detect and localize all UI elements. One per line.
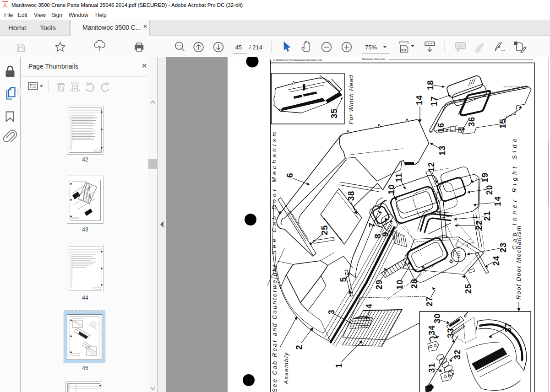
svg-text:36: 36 bbox=[467, 117, 476, 127]
svg-text:14: 14 bbox=[493, 196, 502, 206]
svg-text:For Winch Head: For Winch Head bbox=[348, 75, 354, 124]
svg-text:14: 14 bbox=[414, 95, 424, 105]
svg-text:27: 27 bbox=[425, 296, 434, 306]
svg-text:5: 5 bbox=[338, 277, 348, 282]
svg-text:17: 17 bbox=[429, 96, 439, 106]
svg-text:20: 20 bbox=[485, 185, 494, 195]
svg-text:A Division of The Manitowoc Co: A Division of The Manitowoc Company, Inc… bbox=[273, 59, 323, 61]
svg-text:29: 29 bbox=[374, 279, 384, 290]
svg-text:6: 6 bbox=[285, 172, 294, 177]
svg-text:44: 44 bbox=[82, 295, 88, 301]
svg-text:30: 30 bbox=[432, 313, 442, 323]
svg-text:10: 10 bbox=[395, 279, 404, 290]
svg-text:38: 38 bbox=[346, 191, 356, 201]
svg-text:43: 43 bbox=[82, 226, 88, 233]
svg-text:42: 42 bbox=[82, 156, 88, 163]
svg-text:34: 34 bbox=[427, 325, 436, 335]
svg-text:See Cab Rear and Counterwe: See Cab Rear and Counterweight bbox=[271, 264, 278, 392]
svg-text:75%: 75% bbox=[365, 44, 377, 51]
svg-text:12: 12 bbox=[426, 162, 436, 172]
svg-text:25: 25 bbox=[463, 284, 473, 294]
svg-text:35: 35 bbox=[329, 108, 339, 118]
svg-text:25: 25 bbox=[320, 225, 329, 235]
svg-text:23: 23 bbox=[498, 242, 508, 252]
svg-text:See Cab Door Mechanism: See Cab Door Mechanism bbox=[271, 129, 278, 255]
svg-text:3: 3 bbox=[327, 309, 336, 314]
svg-text:31: 31 bbox=[427, 363, 436, 373]
svg-text:Roof Door Mechanism: Roof Door Mechanism bbox=[515, 225, 522, 300]
svg-text:15: 15 bbox=[498, 118, 507, 129]
svg-text:32: 32 bbox=[452, 349, 462, 360]
svg-text:10: 10 bbox=[387, 184, 396, 194]
svg-text:33: 33 bbox=[446, 328, 455, 338]
svg-text:24: 24 bbox=[491, 256, 501, 266]
svg-text:22: 22 bbox=[474, 220, 484, 230]
svg-text:18: 18 bbox=[425, 80, 435, 90]
svg-text:21: 21 bbox=[482, 211, 492, 221]
svg-text:4: 4 bbox=[364, 303, 374, 308]
svg-text:37: 37 bbox=[503, 322, 513, 333]
svg-text:45: 45 bbox=[235, 44, 242, 51]
svg-text:Manitowoc, Wisconsin: Manitowoc, Wisconsin bbox=[362, 58, 385, 60]
svg-text:7: 7 bbox=[367, 222, 377, 227]
svg-text:16: 16 bbox=[436, 123, 446, 133]
svg-text:13: 13 bbox=[437, 145, 447, 156]
svg-text:19: 19 bbox=[480, 172, 490, 183]
svg-text:45: 45 bbox=[82, 365, 88, 371]
svg-text:11: 11 bbox=[394, 172, 403, 182]
svg-text:1: 1 bbox=[334, 363, 343, 368]
svg-text:2: 2 bbox=[294, 344, 304, 349]
svg-text:/ 214: / 214 bbox=[249, 44, 262, 51]
svg-text:Assembly: Assembly bbox=[283, 352, 289, 385]
svg-text:28: 28 bbox=[409, 279, 419, 289]
svg-text:9: 9 bbox=[381, 231, 390, 236]
